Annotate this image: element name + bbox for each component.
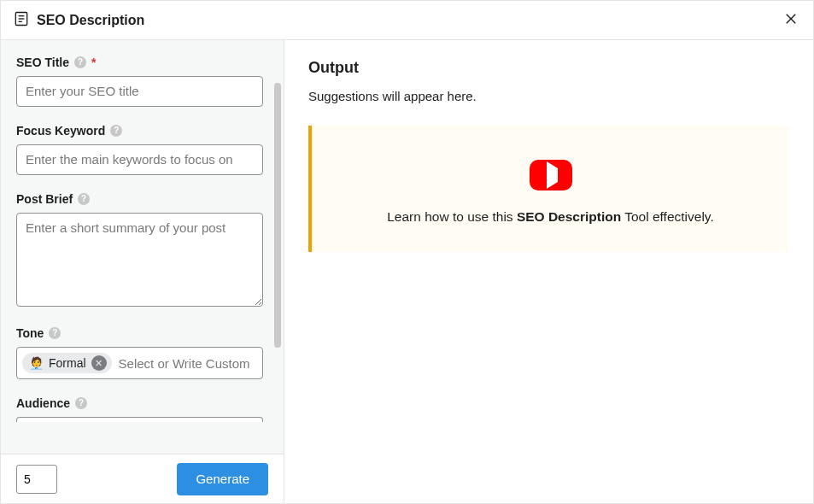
help-icon[interactable]: ? [74, 56, 86, 68]
field-focus-keyword: Focus Keyword ? [16, 124, 263, 175]
form-scroll: SEO Title ? * Focus Keyword ? [1, 40, 284, 441]
label-focus-keyword-text: Focus Keyword [16, 124, 105, 138]
label-seo-title-text: SEO Title [16, 56, 69, 69]
titlebar-left: SEO Description [13, 10, 144, 30]
video-caption-bold: SEO Description [517, 209, 621, 224]
field-seo-title: SEO Title ? * [16, 56, 263, 107]
scrollbar-thumb[interactable] [274, 83, 281, 348]
video-caption: Learn how to use this SEO Description To… [387, 209, 714, 225]
generate-button[interactable]: Generate [177, 463, 268, 495]
tone-combobox[interactable]: 🧑‍💼 Formal ✕ [16, 347, 263, 379]
label-audience: Audience ? [16, 396, 263, 410]
close-icon [783, 11, 799, 29]
output-subtitle: Suggestions will appear here. [308, 89, 789, 103]
titlebar: SEO Description [1, 1, 813, 40]
label-tone-text: Tone [16, 326, 44, 340]
video-caption-prefix: Learn how to use this [387, 209, 517, 224]
sidebar-wrap: SEO Title ? * Focus Keyword ? [1, 40, 284, 503]
label-tone: Tone ? [16, 326, 263, 340]
help-icon[interactable]: ? [110, 125, 122, 137]
label-focus-keyword: Focus Keyword ? [16, 124, 263, 138]
post-brief-textarea[interactable] [16, 213, 263, 307]
page-icon [13, 10, 30, 30]
tone-text-input[interactable] [119, 356, 257, 371]
sidebar-footer: Generate [1, 454, 284, 503]
label-post-brief-text: Post Brief [16, 192, 73, 206]
play-icon [544, 168, 558, 182]
label-post-brief: Post Brief ? [16, 192, 263, 206]
field-tone: Tone ? 🧑‍💼 Formal ✕ [16, 326, 263, 379]
tone-chip-emoji: 🧑‍💼 [29, 356, 44, 370]
window: SEO Description SEO Title ? [0, 0, 814, 504]
form-sidebar: SEO Title ? * Focus Keyword ? [1, 40, 284, 454]
required-mark: * [91, 56, 96, 69]
chip-remove-button[interactable]: ✕ [91, 355, 107, 371]
audience-combobox-partial[interactable] [16, 417, 263, 422]
content: SEO Title ? * Focus Keyword ? [1, 40, 813, 503]
close-icon: ✕ [95, 359, 102, 368]
video-play-button[interactable] [530, 160, 572, 190]
field-post-brief: Post Brief ? [16, 192, 263, 309]
output-title: Output [308, 59, 789, 77]
output-panel: Output Suggestions will appear here. Lea… [284, 40, 813, 503]
label-audience-text: Audience [16, 396, 70, 410]
seo-title-input[interactable] [16, 76, 263, 107]
help-icon[interactable]: ? [49, 327, 61, 339]
count-stepper[interactable] [16, 465, 57, 494]
tone-chip: 🧑‍💼 Formal ✕ [22, 353, 112, 373]
video-tutorial-card: Learn how to use this SEO Description To… [308, 126, 789, 252]
close-button[interactable] [781, 10, 801, 31]
help-icon[interactable]: ? [78, 193, 90, 205]
tone-chip-text: Formal [49, 356, 86, 370]
field-audience: Audience ? [16, 396, 263, 422]
help-icon[interactable]: ? [75, 397, 87, 409]
video-caption-suffix: Tool effectively. [621, 209, 714, 224]
label-seo-title: SEO Title ? * [16, 56, 263, 69]
focus-keyword-input[interactable] [16, 144, 263, 175]
page-title: SEO Description [37, 13, 144, 28]
